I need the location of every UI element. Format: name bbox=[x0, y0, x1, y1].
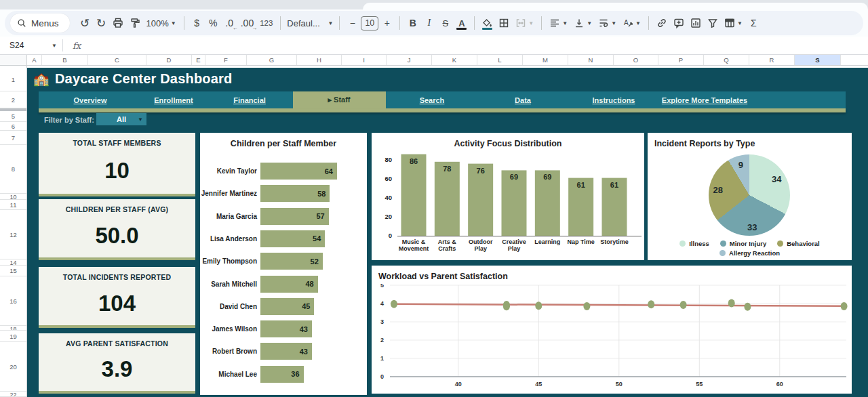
decrease-font-size-button[interactable]: − bbox=[344, 14, 360, 32]
italic-button[interactable]: I bbox=[421, 14, 437, 32]
select-all-corner[interactable] bbox=[0, 55, 27, 65]
nav-tab-staff[interactable]: ▸ Staff bbox=[293, 91, 386, 108]
insert-link-button[interactable] bbox=[654, 14, 670, 32]
filter-icon bbox=[707, 18, 718, 28]
hbar-value: 64 bbox=[325, 167, 337, 175]
fill-color-swatch bbox=[482, 28, 492, 30]
nav-tab-instructions[interactable]: Instructions bbox=[586, 91, 642, 108]
text-wrap-button[interactable]: ▼ bbox=[595, 14, 619, 32]
text-rotation-button[interactable]: A ▼ bbox=[620, 14, 644, 32]
column-header-C[interactable]: C bbox=[88, 55, 146, 65]
column-header-S[interactable]: S bbox=[795, 55, 841, 65]
row-header-2[interactable]: 2 bbox=[0, 91, 26, 108]
print-button[interactable] bbox=[110, 14, 126, 32]
column-header-O[interactable]: O bbox=[614, 55, 658, 65]
column-header-R[interactable]: R bbox=[749, 55, 795, 65]
bold-button[interactable]: B bbox=[405, 14, 420, 32]
create-filter-button[interactable] bbox=[705, 14, 721, 32]
increase-decimals-button[interactable]: .00→ bbox=[238, 14, 256, 32]
hbar-row: David Chen45 bbox=[200, 295, 367, 318]
column-header-P[interactable]: P bbox=[658, 55, 704, 65]
row-header-1[interactable]: 1 bbox=[0, 68, 26, 91]
cell-name-box[interactable]: S24 ▼ bbox=[0, 41, 62, 50]
staff-filter-dropdown[interactable]: All ▼ bbox=[96, 113, 146, 125]
insert-chart-button[interactable] bbox=[688, 14, 704, 32]
legend-label: Behavioral bbox=[787, 240, 820, 247]
formula-input[interactable] bbox=[81, 37, 868, 54]
increase-font-size-button[interactable]: + bbox=[379, 14, 395, 32]
row-header-16[interactable]: 16 bbox=[0, 276, 26, 326]
hbar-row: Emily Thompson52 bbox=[200, 250, 367, 272]
column-header-J[interactable]: J bbox=[387, 55, 432, 65]
column-header-N[interactable]: N bbox=[568, 55, 614, 65]
row-header-19[interactable]: 19 bbox=[0, 331, 26, 342]
column-header-partial[interactable] bbox=[841, 55, 868, 65]
insert-comment-button[interactable] bbox=[671, 14, 687, 32]
plus-icon: + bbox=[384, 18, 390, 28]
column-header-B[interactable]: B bbox=[42, 55, 88, 65]
nav-tab-search[interactable]: Search bbox=[413, 91, 452, 108]
column-headers: ABCDEFGHIJKLMNOPQRS bbox=[0, 55, 868, 66]
format-percent-button[interactable]: % bbox=[205, 14, 221, 32]
nav-tab-overview[interactable]: Overview bbox=[67, 91, 114, 108]
row-header-7[interactable]: 7 bbox=[0, 131, 26, 145]
column-header-I[interactable]: I bbox=[342, 55, 387, 65]
row-header-10[interactable]: 10 bbox=[0, 194, 26, 200]
font-size-input[interactable]: 10 bbox=[361, 16, 378, 30]
row-header-18[interactable]: 18 bbox=[0, 326, 26, 331]
hbar-row: Lisa Anderson54 bbox=[200, 228, 367, 250]
column-header-H[interactable]: H bbox=[297, 55, 342, 65]
row-header-6[interactable]: 6 bbox=[0, 122, 26, 131]
row-header-15[interactable]: 15 bbox=[0, 266, 26, 276]
row-header-8[interactable]: 8 bbox=[0, 145, 26, 194]
borders-button[interactable] bbox=[496, 14, 512, 32]
menus-search-button[interactable]: Menus bbox=[10, 14, 70, 33]
row-header-11[interactable]: 11 bbox=[0, 200, 26, 210]
undo-button[interactable]: ↺ bbox=[77, 14, 93, 32]
column-header-G[interactable]: G bbox=[247, 55, 297, 65]
more-formats-button[interactable]: 123 bbox=[257, 14, 275, 32]
vertical-align-button[interactable]: ▼ bbox=[571, 14, 595, 32]
svg-text:0: 0 bbox=[389, 232, 392, 239]
column-header-K[interactable]: K bbox=[432, 55, 477, 65]
hbar-category-label: Michael Lee bbox=[200, 371, 260, 378]
filter-views-button[interactable]: ▼ bbox=[722, 14, 745, 32]
row-header-20[interactable]: 20 bbox=[0, 342, 26, 392]
row-header-5[interactable]: 5 bbox=[0, 111, 26, 122]
chevron-down-icon: ▼ bbox=[138, 117, 143, 123]
column-header-F[interactable]: F bbox=[205, 55, 247, 65]
column-header-L[interactable]: L bbox=[477, 55, 523, 65]
row-header-12[interactable]: 12 bbox=[0, 210, 26, 259]
row-header-14[interactable]: 14 bbox=[0, 259, 26, 266]
search-icon bbox=[17, 18, 26, 28]
zoom-select[interactable]: 100%▼ bbox=[144, 14, 179, 32]
font-select[interactable]: Defaul...▼ bbox=[285, 14, 334, 32]
hbar-row: Sarah Mitchell48 bbox=[200, 273, 367, 295]
row-header-22[interactable]: 22 bbox=[0, 392, 26, 397]
nav-tab-data[interactable]: Data bbox=[508, 91, 538, 108]
nav-tab-enrollment[interactable]: Enrollment bbox=[147, 91, 199, 108]
chevron-down-icon: ▼ bbox=[328, 20, 333, 26]
strikethrough-button[interactable]: S bbox=[437, 14, 453, 32]
text-color-button[interactable]: A bbox=[454, 14, 469, 32]
fill-color-button[interactable] bbox=[479, 14, 495, 32]
svg-text:2: 2 bbox=[380, 337, 384, 343]
redo-button[interactable]: ↻ bbox=[94, 14, 109, 32]
column-header-E[interactable]: E bbox=[192, 55, 205, 65]
nav-tab-financial[interactable]: Financial bbox=[226, 91, 273, 108]
decrease-decimals-button[interactable]: .0← bbox=[222, 14, 237, 32]
column-header-A[interactable]: A bbox=[27, 55, 42, 65]
kpi-card-3: AVG PARENT SATISFACTION3.9 bbox=[39, 333, 195, 394]
hidden-rows-indicator[interactable] bbox=[0, 108, 26, 111]
dashboard-title-text: Daycare Center Dashboard bbox=[55, 71, 233, 87]
merge-cells-button[interactable]: ▼ bbox=[513, 14, 536, 32]
functions-button[interactable]: Σ bbox=[746, 14, 762, 32]
column-header-M[interactable]: M bbox=[523, 55, 568, 65]
pie-slice-value: 33 bbox=[747, 222, 757, 232]
format-currency-button[interactable]: $ bbox=[189, 14, 205, 32]
nav-tab-explore-more-templates[interactable]: Explore More Templates bbox=[655, 91, 754, 108]
paint-format-button[interactable] bbox=[127, 14, 143, 32]
column-header-Q[interactable]: Q bbox=[704, 55, 749, 65]
column-header-D[interactable]: D bbox=[146, 55, 192, 65]
horizontal-align-button[interactable]: ▼ bbox=[547, 14, 570, 32]
